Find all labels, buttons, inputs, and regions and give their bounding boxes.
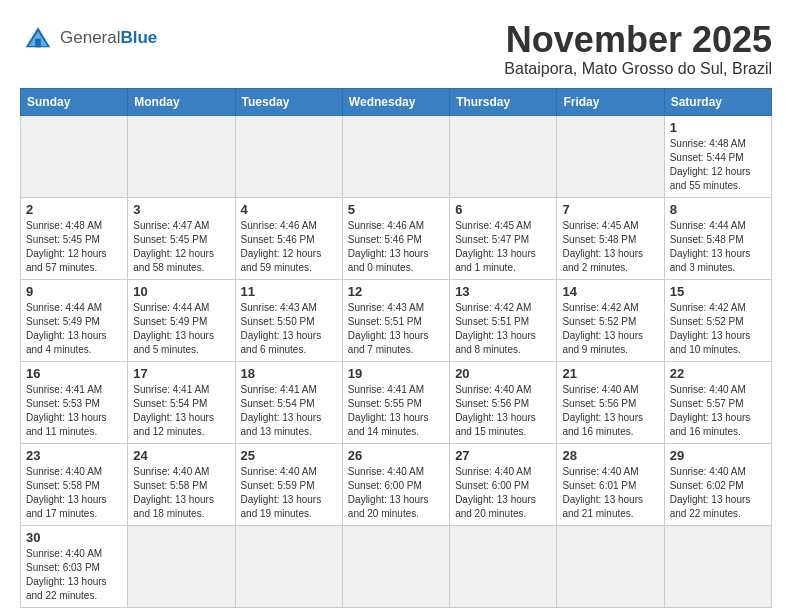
calendar-day-header: Monday [128, 88, 235, 115]
day-info: Sunrise: 4:40 AM Sunset: 5:56 PM Dayligh… [455, 383, 551, 439]
day-info: Sunrise: 4:41 AM Sunset: 5:54 PM Dayligh… [133, 383, 229, 439]
day-number: 4 [241, 202, 337, 217]
day-number: 10 [133, 284, 229, 299]
calendar-day-cell: 8Sunrise: 4:44 AM Sunset: 5:48 PM Daylig… [664, 197, 771, 279]
calendar-day-cell [342, 115, 449, 197]
calendar-day-cell: 16Sunrise: 4:41 AM Sunset: 5:53 PM Dayli… [21, 361, 128, 443]
calendar-day-cell: 17Sunrise: 4:41 AM Sunset: 5:54 PM Dayli… [128, 361, 235, 443]
calendar-week-row: 2Sunrise: 4:48 AM Sunset: 5:45 PM Daylig… [21, 197, 772, 279]
calendar-day-cell: 30Sunrise: 4:40 AM Sunset: 6:03 PM Dayli… [21, 525, 128, 607]
calendar-week-row: 9Sunrise: 4:44 AM Sunset: 5:49 PM Daylig… [21, 279, 772, 361]
location-title: Bataipora, Mato Grosso do Sul, Brazil [504, 60, 772, 78]
day-info: Sunrise: 4:48 AM Sunset: 5:44 PM Dayligh… [670, 137, 766, 193]
calendar-day-header: Saturday [664, 88, 771, 115]
day-number: 26 [348, 448, 444, 463]
calendar-day-cell: 4Sunrise: 4:46 AM Sunset: 5:46 PM Daylig… [235, 197, 342, 279]
day-number: 2 [26, 202, 122, 217]
calendar-day-cell: 25Sunrise: 4:40 AM Sunset: 5:59 PM Dayli… [235, 443, 342, 525]
day-number: 17 [133, 366, 229, 381]
day-number: 1 [670, 120, 766, 135]
day-info: Sunrise: 4:43 AM Sunset: 5:50 PM Dayligh… [241, 301, 337, 357]
calendar-day-cell: 15Sunrise: 4:42 AM Sunset: 5:52 PM Dayli… [664, 279, 771, 361]
calendar-day-header: Sunday [21, 88, 128, 115]
day-info: Sunrise: 4:40 AM Sunset: 6:03 PM Dayligh… [26, 547, 122, 603]
svg-rect-2 [35, 39, 41, 48]
day-info: Sunrise: 4:41 AM Sunset: 5:55 PM Dayligh… [348, 383, 444, 439]
calendar-day-cell: 12Sunrise: 4:43 AM Sunset: 5:51 PM Dayli… [342, 279, 449, 361]
calendar-day-cell [557, 115, 664, 197]
page-header: GeneralBlue November 2025 Bataipora, Mat… [20, 20, 772, 78]
day-number: 24 [133, 448, 229, 463]
calendar-day-header: Tuesday [235, 88, 342, 115]
calendar-day-cell: 9Sunrise: 4:44 AM Sunset: 5:49 PM Daylig… [21, 279, 128, 361]
calendar-day-cell [664, 525, 771, 607]
calendar-day-cell [235, 525, 342, 607]
day-info: Sunrise: 4:40 AM Sunset: 5:56 PM Dayligh… [562, 383, 658, 439]
day-info: Sunrise: 4:44 AM Sunset: 5:49 PM Dayligh… [133, 301, 229, 357]
day-number: 5 [348, 202, 444, 217]
calendar-week-row: 1Sunrise: 4:48 AM Sunset: 5:44 PM Daylig… [21, 115, 772, 197]
day-number: 29 [670, 448, 766, 463]
calendar-day-cell [450, 525, 557, 607]
day-number: 13 [455, 284, 551, 299]
day-info: Sunrise: 4:42 AM Sunset: 5:52 PM Dayligh… [670, 301, 766, 357]
calendar-day-header: Friday [557, 88, 664, 115]
calendar-day-cell: 10Sunrise: 4:44 AM Sunset: 5:49 PM Dayli… [128, 279, 235, 361]
day-info: Sunrise: 4:40 AM Sunset: 5:58 PM Dayligh… [26, 465, 122, 521]
calendar-day-cell [342, 525, 449, 607]
calendar-day-cell [128, 525, 235, 607]
calendar-table: SundayMondayTuesdayWednesdayThursdayFrid… [20, 88, 772, 608]
day-info: Sunrise: 4:45 AM Sunset: 5:47 PM Dayligh… [455, 219, 551, 275]
day-info: Sunrise: 4:44 AM Sunset: 5:48 PM Dayligh… [670, 219, 766, 275]
day-info: Sunrise: 4:42 AM Sunset: 5:52 PM Dayligh… [562, 301, 658, 357]
day-number: 11 [241, 284, 337, 299]
title-block: November 2025 Bataipora, Mato Grosso do … [504, 20, 772, 78]
logo-icon [20, 20, 56, 56]
calendar-day-cell [128, 115, 235, 197]
calendar-day-cell: 13Sunrise: 4:42 AM Sunset: 5:51 PM Dayli… [450, 279, 557, 361]
calendar-day-cell: 18Sunrise: 4:41 AM Sunset: 5:54 PM Dayli… [235, 361, 342, 443]
calendar-day-cell [21, 115, 128, 197]
day-number: 16 [26, 366, 122, 381]
day-info: Sunrise: 4:40 AM Sunset: 5:57 PM Dayligh… [670, 383, 766, 439]
day-info: Sunrise: 4:41 AM Sunset: 5:54 PM Dayligh… [241, 383, 337, 439]
calendar-day-cell [235, 115, 342, 197]
calendar-day-cell: 22Sunrise: 4:40 AM Sunset: 5:57 PM Dayli… [664, 361, 771, 443]
day-number: 15 [670, 284, 766, 299]
day-info: Sunrise: 4:40 AM Sunset: 6:00 PM Dayligh… [455, 465, 551, 521]
day-number: 23 [26, 448, 122, 463]
day-info: Sunrise: 4:43 AM Sunset: 5:51 PM Dayligh… [348, 301, 444, 357]
calendar-day-cell: 19Sunrise: 4:41 AM Sunset: 5:55 PM Dayli… [342, 361, 449, 443]
calendar-day-cell: 14Sunrise: 4:42 AM Sunset: 5:52 PM Dayli… [557, 279, 664, 361]
calendar-week-row: 16Sunrise: 4:41 AM Sunset: 5:53 PM Dayli… [21, 361, 772, 443]
day-info: Sunrise: 4:45 AM Sunset: 5:48 PM Dayligh… [562, 219, 658, 275]
calendar-day-cell: 5Sunrise: 4:46 AM Sunset: 5:46 PM Daylig… [342, 197, 449, 279]
calendar-day-cell: 1Sunrise: 4:48 AM Sunset: 5:44 PM Daylig… [664, 115, 771, 197]
calendar-day-cell: 21Sunrise: 4:40 AM Sunset: 5:56 PM Dayli… [557, 361, 664, 443]
day-info: Sunrise: 4:40 AM Sunset: 6:01 PM Dayligh… [562, 465, 658, 521]
calendar-day-cell: 23Sunrise: 4:40 AM Sunset: 5:58 PM Dayli… [21, 443, 128, 525]
calendar-day-cell: 11Sunrise: 4:43 AM Sunset: 5:50 PM Dayli… [235, 279, 342, 361]
day-number: 25 [241, 448, 337, 463]
calendar-day-cell [450, 115, 557, 197]
day-number: 21 [562, 366, 658, 381]
day-info: Sunrise: 4:41 AM Sunset: 5:53 PM Dayligh… [26, 383, 122, 439]
day-info: Sunrise: 4:40 AM Sunset: 5:58 PM Dayligh… [133, 465, 229, 521]
day-info: Sunrise: 4:40 AM Sunset: 5:59 PM Dayligh… [241, 465, 337, 521]
calendar-day-cell: 28Sunrise: 4:40 AM Sunset: 6:01 PM Dayli… [557, 443, 664, 525]
calendar-day-cell: 6Sunrise: 4:45 AM Sunset: 5:47 PM Daylig… [450, 197, 557, 279]
calendar-day-cell: 24Sunrise: 4:40 AM Sunset: 5:58 PM Dayli… [128, 443, 235, 525]
day-number: 7 [562, 202, 658, 217]
day-number: 22 [670, 366, 766, 381]
day-number: 6 [455, 202, 551, 217]
calendar-day-cell: 27Sunrise: 4:40 AM Sunset: 6:00 PM Dayli… [450, 443, 557, 525]
calendar-day-cell: 7Sunrise: 4:45 AM Sunset: 5:48 PM Daylig… [557, 197, 664, 279]
calendar-header-row: SundayMondayTuesdayWednesdayThursdayFrid… [21, 88, 772, 115]
calendar-day-cell: 29Sunrise: 4:40 AM Sunset: 6:02 PM Dayli… [664, 443, 771, 525]
calendar-week-row: 30Sunrise: 4:40 AM Sunset: 6:03 PM Dayli… [21, 525, 772, 607]
day-number: 8 [670, 202, 766, 217]
day-info: Sunrise: 4:46 AM Sunset: 5:46 PM Dayligh… [241, 219, 337, 275]
day-number: 14 [562, 284, 658, 299]
day-info: Sunrise: 4:46 AM Sunset: 5:46 PM Dayligh… [348, 219, 444, 275]
day-number: 9 [26, 284, 122, 299]
